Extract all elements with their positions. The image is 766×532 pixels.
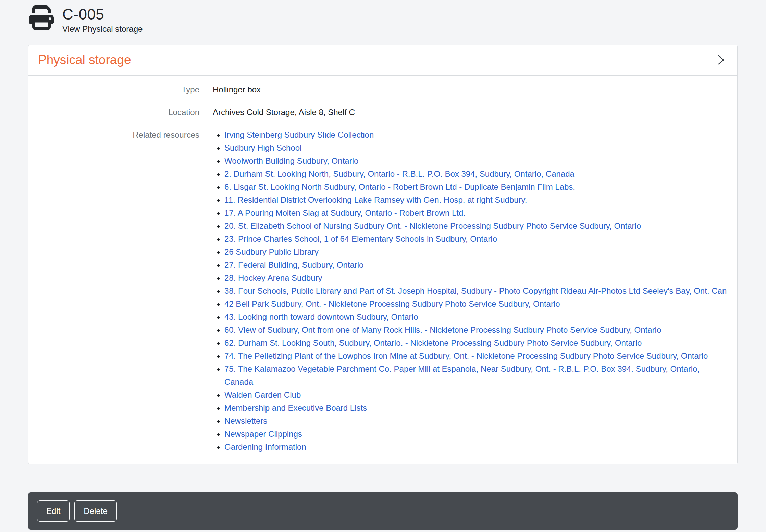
- related-resource-link[interactable]: 38. Four Schools, Public Library and Par…: [224, 286, 727, 295]
- field-value-related-resources: Irving Steinberg Sudbury Slide Collectio…: [206, 124, 737, 464]
- field-label-related-resources: Related resources: [28, 124, 206, 464]
- related-resource-link[interactable]: 27. Federal Building, Sudbury, Ontario: [224, 260, 363, 269]
- field-row-location: Location Archives Cold Storage, Aisle 8,…: [28, 101, 737, 124]
- related-resource-item: 27. Federal Building, Sudbury, Ontario: [224, 258, 729, 271]
- related-resource-link[interactable]: 20. St. Elizabeth School of Nursing Sudb…: [224, 221, 641, 230]
- related-resource-link[interactable]: Newsletters: [224, 416, 267, 426]
- related-resource-link[interactable]: 75. The Kalamazoo Vegetable Parchment Co…: [224, 364, 700, 387]
- related-resource-link[interactable]: 42 Bell Park Sudbury, Ont. - Nickletone …: [224, 299, 560, 308]
- header-text: C-005 View Physical storage: [62, 5, 143, 34]
- field-value-location: Archives Cold Storage, Aisle 8, Shelf C: [206, 101, 737, 124]
- related-resource-item: Newspaper Clippings: [224, 428, 729, 441]
- related-resource-item: Woolworth Building Sudbury, Ontario: [224, 154, 729, 167]
- physical-storage-panel: Physical storage Type Hollinger box Loca…: [28, 45, 738, 464]
- related-resource-item: 43. Looking north toward downtown Sudbur…: [224, 311, 729, 324]
- related-resource-item: Sudbury High School: [224, 141, 729, 154]
- related-resource-item: 20. St. Elizabeth School of Nursing Sudb…: [224, 219, 729, 232]
- panel-header: Physical storage: [28, 45, 737, 76]
- field-label-type: Type: [28, 76, 206, 101]
- related-resource-link[interactable]: Membership and Executive Board Lists: [224, 403, 367, 413]
- related-resource-link[interactable]: 17. A Pouring Molten Slag at Sudbury, On…: [224, 208, 466, 217]
- action-bar: Edit Delete: [28, 492, 738, 530]
- related-resource-item: 60. View of Sudbury, Ont from one of Man…: [224, 324, 729, 337]
- panel-heading: Physical storage: [38, 53, 131, 67]
- related-resource-item: 28. Hockey Arena Sudbury: [224, 271, 729, 284]
- related-resource-item: 42 Bell Park Sudbury, Ont. - Nickletone …: [224, 297, 729, 311]
- related-resource-link[interactable]: 2. Durham St. Looking North, Sudbury, On…: [224, 169, 574, 178]
- related-resources-list: Irving Steinberg Sudbury Slide Collectio…: [213, 128, 729, 454]
- related-resource-link[interactable]: 62. Durham St. Looking South, Sudbury, O…: [224, 338, 642, 347]
- field-row-related-resources: Related resources Irving Steinberg Sudbu…: [28, 124, 737, 464]
- field-value-type: Hollinger box: [206, 76, 737, 101]
- related-resource-item: 23. Prince Charles School, 1 of 64 Eleme…: [224, 232, 729, 245]
- related-resource-item: 38. Four Schools, Public Library and Par…: [224, 284, 729, 297]
- related-resource-link[interactable]: Irving Steinberg Sudbury Slide Collectio…: [224, 130, 374, 139]
- physical-storage-view-page: C-005 View Physical storage Physical sto…: [0, 0, 766, 532]
- related-resource-item: Gardening Information: [224, 441, 729, 454]
- related-resource-link[interactable]: 60. View of Sudbury, Ont from one of Man…: [224, 325, 661, 334]
- related-resource-link[interactable]: 23. Prince Charles School, 1 of 64 Eleme…: [224, 234, 497, 243]
- page-header: C-005 View Physical storage: [0, 0, 766, 40]
- related-resource-item: 75. The Kalamazoo Vegetable Parchment Co…: [224, 363, 729, 389]
- related-resource-link[interactable]: Walden Garden Club: [224, 390, 301, 400]
- related-resource-item: 26 Sudbury Public Library: [224, 245, 729, 258]
- printer-icon: [28, 5, 55, 31]
- related-resource-item: 2. Durham St. Looking North, Sudbury, On…: [224, 167, 729, 180]
- delete-button[interactable]: Delete: [74, 500, 116, 522]
- field-label-location: Location: [28, 101, 206, 124]
- page-title: C-005: [62, 5, 143, 24]
- page-subtitle: View Physical storage: [62, 24, 143, 34]
- related-resource-link[interactable]: 28. Hockey Arena Sudbury: [224, 273, 322, 282]
- field-table: Type Hollinger box Location Archives Col…: [28, 76, 737, 464]
- related-resource-link[interactable]: Gardening Information: [224, 442, 306, 452]
- related-resource-item: 6. Lisgar St. Looking North Sudbury, Ont…: [224, 180, 729, 193]
- related-resource-item: 11. Residential District Overlooking Lak…: [224, 193, 729, 206]
- related-resource-item: 74. The Pelletizing Plant of the Lowphos…: [224, 350, 729, 363]
- related-resource-link[interactable]: Sudbury High School: [224, 143, 301, 152]
- related-resource-link[interactable]: 6. Lisgar St. Looking North Sudbury, Ont…: [224, 182, 575, 191]
- related-resource-link[interactable]: Woolworth Building Sudbury, Ontario: [224, 156, 358, 165]
- related-resource-link[interactable]: Newspaper Clippings: [224, 429, 302, 439]
- related-resource-link[interactable]: 43. Looking north toward downtown Sudbur…: [224, 312, 418, 321]
- related-resource-item: Membership and Executive Board Lists: [224, 402, 729, 415]
- related-resource-item: 62. Durham St. Looking South, Sudbury, O…: [224, 337, 729, 350]
- related-resource-link[interactable]: 11. Residential District Overlooking Lak…: [224, 195, 527, 204]
- related-resource-item: 17. A Pouring Molten Slag at Sudbury, On…: [224, 206, 729, 219]
- chevron-right-icon[interactable]: [717, 53, 727, 67]
- field-row-type: Type Hollinger box: [28, 76, 737, 101]
- related-resource-item: Newsletters: [224, 415, 729, 428]
- edit-button[interactable]: Edit: [37, 500, 70, 522]
- related-resource-link[interactable]: 74. The Pelletizing Plant of the Lowphos…: [224, 351, 708, 360]
- related-resource-link[interactable]: 26 Sudbury Public Library: [224, 247, 319, 256]
- related-resource-item: Walden Garden Club: [224, 389, 729, 402]
- related-resource-item: Irving Steinberg Sudbury Slide Collectio…: [224, 128, 729, 141]
